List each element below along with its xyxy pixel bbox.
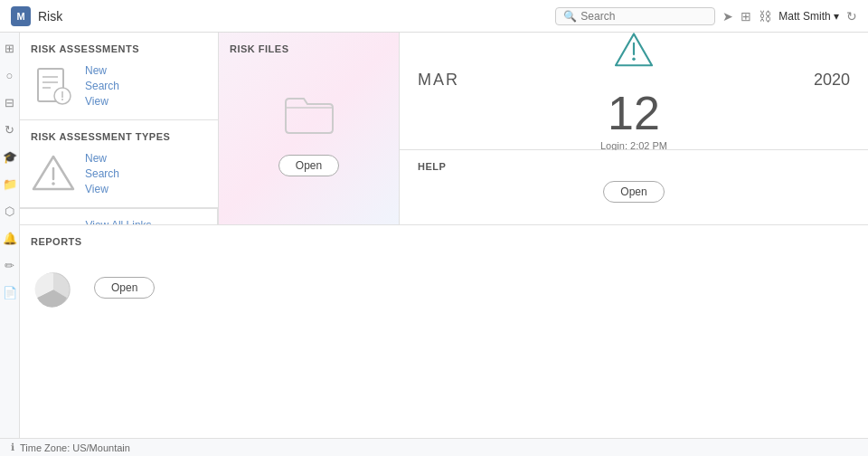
risk-assessment-types-content: New Search View [31,151,207,196]
user-arrow: ▾ [834,10,839,23]
ra-search-link[interactable]: Search [85,80,119,92]
date-card: MAR 2020 12 Login: 2:02 PM [400,33,868,150]
risk-assessments-links: New Search View [85,64,119,108]
risk-assessments-icon [31,63,76,109]
search-input[interactable] [580,10,707,23]
content: RISK ASSESSMENTS [20,33,868,438]
bottom-bar: ℹ Time Zone: US/Mountain [0,438,868,456]
reports-open-button[interactable]: Open [94,277,155,299]
info-icon: ℹ [11,442,14,453]
risk-files-content: Open [230,54,388,214]
refresh-icon[interactable]: ↻ [846,9,857,24]
risk-assessment-types-links: New Search View [85,152,119,195]
user-name: Matt Smith [778,10,830,23]
sidebar-icon-grid[interactable]: ⊞ [2,40,18,56]
reports-section: REPORTS Open [20,224,868,439]
content-top: RISK ASSESSMENTS [20,33,868,224]
warning-triangle-icon [614,33,654,67]
risk-assessments-panel: RISK ASSESSMENTS [20,33,218,120]
app-title: Risk [38,9,548,24]
topbar-actions: ➤ ⊞ ⛓ Matt Smith ▾ ↻ [722,9,857,24]
sidebar: ⊞ ○ ⊟ ↻ 🎓 📁 ⬡ 🔔 ✏ 📄 [0,33,20,438]
risk-assessment-types-title: RISK ASSESSMENT TYPES [31,131,207,142]
svg-point-6 [61,99,63,100]
rat-search-link[interactable]: Search [85,167,119,180]
send-icon[interactable]: ➤ [722,9,733,24]
sidebar-icon-hex[interactable]: ⬡ [2,203,18,219]
folder-icon [282,91,336,140]
sidebar-icon-doc[interactable]: 📄 [2,284,18,300]
user-menu[interactable]: Matt Smith ▾ [778,10,839,23]
search-bar[interactable]: 🔍 [555,7,715,25]
left-panels: RISK ASSESSMENTS [20,33,219,224]
grid-icon[interactable]: ⊞ [741,9,751,24]
risk-files-title: RISK FILES [230,43,388,54]
date-day: 12 [608,90,660,137]
sidebar-icon-modules[interactable]: ⊟ [2,94,18,110]
link-icon[interactable]: ⛓ [759,9,771,24]
date-month: MAR [418,71,459,90]
ra-new-link[interactable]: New [85,64,119,77]
svg-point-12 [632,58,635,61]
sidebar-icon-folder[interactable]: 📁 [2,176,18,192]
ra-view-link[interactable]: View [85,95,119,108]
risk-files-panel: RISK FILES Open [219,33,400,224]
timezone-label: Time Zone: US/Mountain [20,442,130,453]
sidebar-icon-refresh[interactable]: ↻ [2,121,18,138]
sidebar-icon-circle[interactable]: ○ [2,67,18,83]
right-panels: MAR 2020 12 Login: 2:02 PM HELP Open [400,33,868,224]
search-icon: 🔍 [563,10,577,23]
risk-files-open-button[interactable]: Open [278,155,339,176]
rat-view-link[interactable]: View [85,183,119,195]
date-year: 2020 [814,71,850,90]
app-logo: M [11,6,31,26]
logo-text: M [16,11,24,22]
rat-new-link[interactable]: New [85,152,119,165]
risk-assessment-types-icon [31,151,76,196]
help-content: Open [418,181,850,203]
sidebar-icon-learn[interactable]: 🎓 [2,148,18,165]
help-open-button[interactable]: Open [603,181,664,203]
risk-assessment-types-panel: RISK ASSESSMENT TYPES New Search [20,120,218,208]
reports-content: Open [31,256,857,319]
reports-title: REPORTS [31,236,857,247]
help-card: HELP Open [400,150,868,224]
risk-assessments-title: RISK ASSESSMENTS [31,43,207,54]
help-title: HELP [418,161,850,172]
sidebar-icon-bell[interactable]: 🔔 [2,230,18,246]
svg-point-9 [52,182,55,185]
main-layout: ⊞ ○ ⊟ ↻ 🎓 📁 ⬡ 🔔 ✏ 📄 RISK ASSESSMENTS [0,33,868,438]
risk-assessments-content: New Search View [31,63,207,109]
pie-chart-icon [31,265,76,310]
topbar: M Risk 🔍 ➤ ⊞ ⛓ Matt Smith ▾ ↻ [0,0,868,33]
sidebar-icon-edit[interactable]: ✏ [2,257,18,273]
view-all-bar: View All Links [20,208,218,224]
